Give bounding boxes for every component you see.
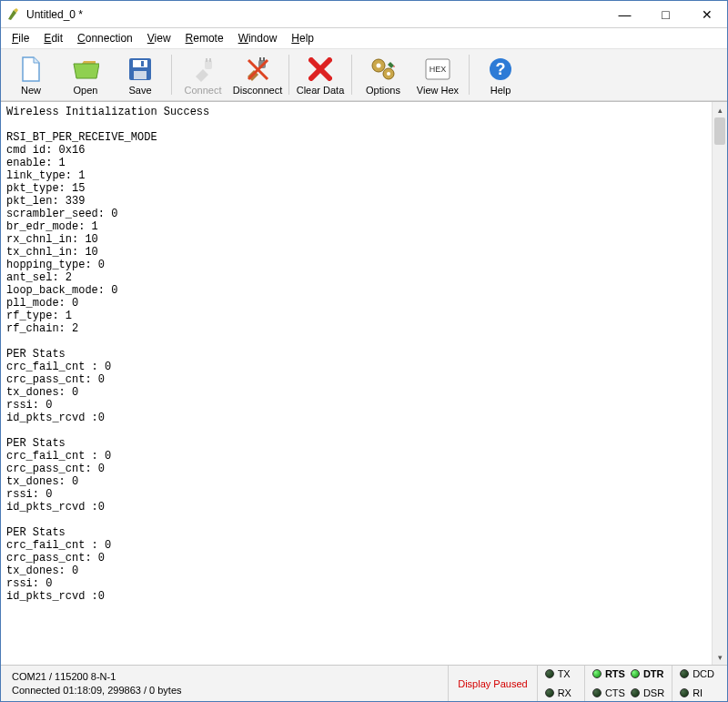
scroll-thumb[interactable] <box>714 117 725 145</box>
menu-view[interactable]: View <box>140 30 178 46</box>
menu-bar: File Edit Connection View Remote Window … <box>1 28 727 48</box>
led-icon <box>592 688 602 697</box>
menu-file[interactable]: File <box>5 30 36 46</box>
menu-help[interactable]: Help <box>284 30 321 46</box>
toolbar: New Open Save Connect Disconnect Clear D… <box>1 48 727 101</box>
signal-block-rtscts: RTS DTR CTS DSR <box>584 666 672 701</box>
connect-plug-icon <box>188 55 217 84</box>
svg-text:HEX: HEX <box>430 65 447 74</box>
title-bar: Untitled_0 * ― □ ✕ <box>1 1 727 28</box>
open-button[interactable]: Open <box>58 51 113 98</box>
vertical-scrollbar[interactable]: ▴ ▾ <box>712 102 727 665</box>
toolbar-separator <box>351 55 352 95</box>
svg-rect-3 <box>141 61 144 66</box>
toolbar-label: Open <box>74 85 98 96</box>
save-floppy-icon <box>126 55 155 84</box>
led-icon <box>545 688 554 697</box>
minimize-button[interactable]: ― <box>604 1 645 27</box>
led-icon <box>680 688 689 697</box>
toolbar-label: Disconnect <box>233 85 282 96</box>
scroll-up-icon[interactable]: ▴ <box>713 102 727 117</box>
help-button[interactable]: ? Help <box>473 51 528 98</box>
svg-point-17 <box>387 72 390 76</box>
menu-remote[interactable]: Remote <box>178 30 231 46</box>
gear-icon <box>369 55 398 84</box>
svg-rect-1 <box>133 60 147 67</box>
console-area: Wireless Initialization Success RSI_BT_P… <box>1 101 727 665</box>
svg-text:?: ? <box>496 60 506 78</box>
help-icon: ? <box>486 55 515 84</box>
signal-block-dcdri: DCD RI <box>672 666 727 701</box>
led-icon <box>592 669 602 678</box>
menu-edit[interactable]: Edit <box>36 30 70 46</box>
new-button[interactable]: New <box>4 51 58 98</box>
signal-rts[interactable]: RTS <box>592 666 625 683</box>
status-port: COM21 / 115200 8-N-1 <box>12 670 448 684</box>
signal-dsr: DSR <box>631 685 664 702</box>
app-icon <box>6 7 21 22</box>
signal-block-txrx: TX RX <box>537 666 584 701</box>
svg-rect-2 <box>134 71 147 79</box>
toolbar-label: View Hex <box>417 85 459 96</box>
menu-window[interactable]: Window <box>231 30 285 46</box>
disconnect-plug-icon <box>243 55 272 84</box>
signal-dcd: DCD <box>680 666 714 683</box>
console-output[interactable]: Wireless Initialization Success RSI_BT_P… <box>1 102 712 665</box>
signal-cts: CTS <box>592 685 625 702</box>
status-connection-info: COM21 / 115200 8-N-1 Connected 01:18:09,… <box>1 666 448 701</box>
scroll-down-icon[interactable]: ▾ <box>713 649 727 665</box>
toolbar-separator <box>171 55 172 95</box>
led-icon <box>545 669 554 678</box>
view-hex-button[interactable]: HEX View Hex <box>410 51 465 98</box>
signal-tx: TX <box>545 666 571 683</box>
signal-rx: RX <box>545 685 571 702</box>
toolbar-label: Help <box>490 85 511 96</box>
connect-button[interactable]: Connect <box>176 51 230 98</box>
toolbar-label: New <box>21 85 41 96</box>
maximize-button[interactable]: □ <box>645 1 686 27</box>
toolbar-separator <box>469 55 470 95</box>
disconnect-button[interactable]: Disconnect <box>230 51 285 98</box>
led-icon <box>631 688 640 697</box>
options-button[interactable]: Options <box>356 51 410 98</box>
signal-dtr[interactable]: DTR <box>631 666 664 683</box>
status-display-paused: Display Paused <box>448 666 536 701</box>
toolbar-label: Clear Data <box>297 85 345 96</box>
status-connected: Connected 01:18:09, 299863 / 0 bytes <box>12 684 448 697</box>
window-controls: ― □ ✕ <box>604 1 727 27</box>
close-button[interactable]: ✕ <box>686 1 727 27</box>
toolbar-label: Connect <box>185 85 222 96</box>
window-title: Untitled_0 * <box>26 8 604 21</box>
status-bar: COM21 / 115200 8-N-1 Connected 01:18:09,… <box>1 665 727 701</box>
menu-connection[interactable]: Connection <box>70 30 140 46</box>
clear-data-button[interactable]: Clear Data <box>293 51 348 98</box>
open-folder-icon <box>71 55 100 84</box>
toolbar-label: Options <box>366 85 400 96</box>
toolbar-label: Save <box>128 85 151 96</box>
clear-x-icon <box>306 55 335 84</box>
new-file-icon <box>16 55 46 84</box>
signal-ri: RI <box>680 685 714 702</box>
save-button[interactable]: Save <box>113 51 167 98</box>
toolbar-separator <box>288 55 289 95</box>
led-icon <box>680 669 689 678</box>
hex-icon: HEX <box>423 55 452 84</box>
led-icon <box>631 669 640 678</box>
svg-point-15 <box>377 64 381 68</box>
